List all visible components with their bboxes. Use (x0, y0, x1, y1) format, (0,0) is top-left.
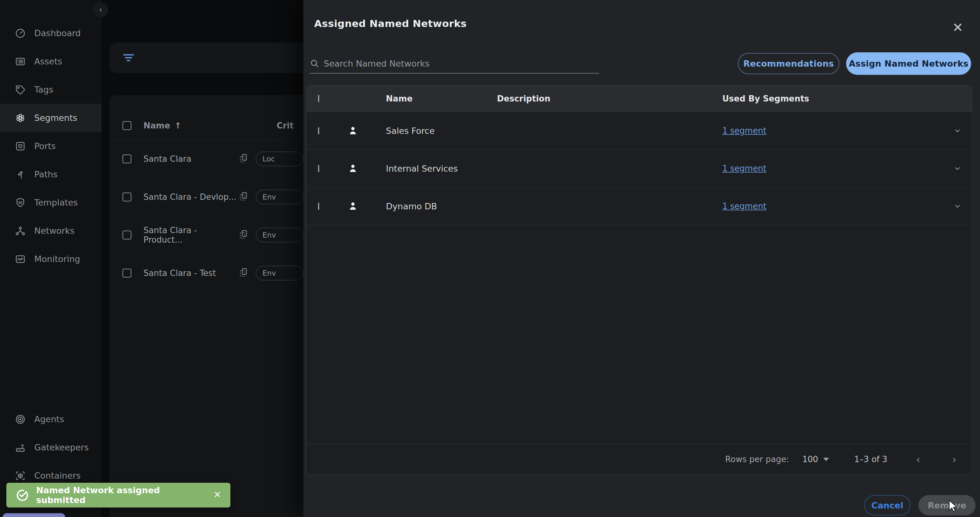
row-checkbox[interactable] (123, 231, 131, 239)
copy-icon (239, 191, 248, 202)
segments-table-header: Name ↑ Crit (110, 112, 319, 140)
toast-close-button[interactable] (213, 490, 221, 500)
paths-icon (14, 169, 26, 180)
close-button[interactable] (952, 22, 964, 33)
sidebar-item-monitoring[interactable]: Monitoring (0, 245, 102, 273)
row-checkbox[interactable] (123, 192, 131, 201)
sidebar-item-gatekeepers[interactable]: Gatekeepers (0, 433, 102, 461)
person-icon (342, 163, 386, 174)
check-circle-icon (15, 488, 29, 502)
sidebar-item-label: Gatekeepers (34, 442, 89, 452)
sidebar-item-label: Segments (34, 113, 78, 123)
ports-icon (14, 141, 26, 152)
sidebar-item-ports[interactable]: Ports (0, 132, 102, 160)
table-pagination: Rows per page: 100 1–3 of 3 ‹ › (307, 444, 972, 474)
segments-icon (14, 112, 26, 124)
person-icon (342, 125, 386, 136)
sidebar-footer-nav: Agents Gatekeepers Containers (0, 405, 102, 490)
copy-icon (239, 229, 248, 240)
networks-icon (14, 225, 26, 236)
table-row: Santa Clara - Product... Env (110, 216, 319, 254)
sidebar-item-label: Ports (34, 141, 56, 151)
segments-link[interactable]: 1 segment (722, 126, 767, 135)
copy-button[interactable] (239, 153, 248, 165)
segment-name: Santa Clara - Test (143, 268, 239, 278)
sidebar-item-dashboard[interactable]: Dashboard (0, 19, 102, 47)
dashboard-icon (14, 28, 26, 39)
column-header-criticality: Crit (277, 121, 294, 130)
sidebar-item-templates[interactable]: Templates (0, 189, 102, 217)
sidebar-nav: Dashboard Assets Tags Segments Ports Pat… (0, 19, 102, 273)
sidebar-item-tags[interactable]: Tags (0, 76, 102, 104)
copy-icon (239, 153, 248, 164)
chevron-down-icon (953, 126, 962, 135)
remove-button[interactable]: Remove (918, 495, 975, 515)
table-row: Sales Force 1 segment (307, 112, 972, 150)
network-name: Dynamo DB (386, 201, 497, 211)
network-name: Sales Force (386, 126, 497, 136)
criticality-chip: Env (256, 190, 303, 204)
sort-arrow-icon[interactable]: ↑ (175, 121, 181, 130)
sidebar-item-label: Dashboard (34, 28, 81, 38)
cancel-button[interactable]: Cancel (864, 495, 910, 515)
row-checkbox[interactable] (123, 154, 131, 163)
sidebar-item-assets[interactable]: Assets (0, 47, 102, 76)
filter-icon (121, 51, 135, 65)
segment-name: Santa Clara - Product... (143, 225, 239, 244)
criticality-chip: Env (256, 266, 303, 281)
table-row: Dynamo DB 1 segment (307, 187, 972, 225)
sidebar-item-label: Monitoring (34, 254, 80, 264)
toast-close-icon (213, 490, 221, 499)
person-icon (342, 200, 386, 212)
segments-link[interactable]: 1 segment (722, 201, 767, 211)
expand-row-button[interactable] (943, 126, 972, 135)
assign-named-networks-button[interactable]: Assign Named Networks (846, 52, 971, 75)
sidebar-item-label: Tags (34, 85, 53, 95)
sidebar-item-segments[interactable]: Segments (0, 104, 102, 132)
recommendations-button[interactable]: Recommendations (738, 53, 839, 74)
bottom-toast-stub (3, 513, 65, 517)
sidebar-item-label: Assets (34, 57, 62, 66)
sidebar-collapse-button[interactable]: ‹ (93, 3, 108, 17)
segments-link[interactable]: 1 segment (722, 164, 767, 173)
row-checkbox[interactable] (318, 127, 319, 135)
rows-per-page-value[interactable]: 100 (802, 455, 818, 464)
segment-name: Santa Clara (143, 154, 239, 164)
select-all-checkbox[interactable] (123, 121, 131, 130)
column-header-used-by-segments: Used By Segments (722, 94, 943, 103)
containers-icon (14, 470, 26, 482)
copy-button[interactable] (239, 191, 248, 203)
expand-row-button[interactable] (943, 164, 972, 173)
sidebar-item-networks[interactable]: Networks (0, 217, 102, 245)
gatekeepers-icon (14, 442, 26, 453)
sidebar: Dashboard Assets Tags Segments Ports Pat… (0, 0, 102, 517)
table-row: Santa Clara - Devlop... Env (110, 178, 319, 216)
row-checkbox[interactable] (123, 269, 131, 278)
copy-button[interactable] (239, 267, 248, 279)
dropdown-caret-icon[interactable] (823, 458, 829, 461)
segment-name: Santa Clara - Devlop... (143, 192, 239, 202)
select-all-checkbox[interactable] (318, 95, 319, 102)
rows-per-page-label: Rows per page: (725, 455, 789, 464)
named-networks-table-card: Name Description Used By Segments Sales … (306, 85, 972, 475)
column-header-name: Name (386, 94, 497, 103)
pagination-range: 1–3 of 3 (854, 455, 887, 464)
sidebar-item-label: Paths (34, 170, 57, 179)
row-checkbox[interactable] (318, 165, 319, 172)
toast-message: Named Network assigned submitted (36, 485, 206, 505)
previous-page-button[interactable]: ‹ (913, 454, 924, 465)
row-checkbox[interactable] (318, 203, 319, 210)
expand-row-button[interactable] (943, 202, 972, 211)
table-row: Internal Services 1 segment (307, 150, 972, 187)
network-name: Internal Services (386, 164, 497, 173)
table-row: Santa Clara Loc (110, 140, 319, 178)
column-header-name[interactable]: Name (143, 121, 170, 130)
search-input[interactable] (324, 59, 587, 68)
sidebar-item-paths[interactable]: Paths (0, 160, 102, 189)
column-header-description: Description (497, 94, 722, 103)
sidebar-item-agents[interactable]: Agents (0, 405, 102, 433)
assigned-named-networks-drawer: Assigned Named Networks Recommendations … (303, 0, 980, 517)
next-page-button[interactable]: › (949, 454, 960, 465)
copy-button[interactable] (239, 229, 248, 241)
filter-button[interactable] (121, 51, 135, 65)
